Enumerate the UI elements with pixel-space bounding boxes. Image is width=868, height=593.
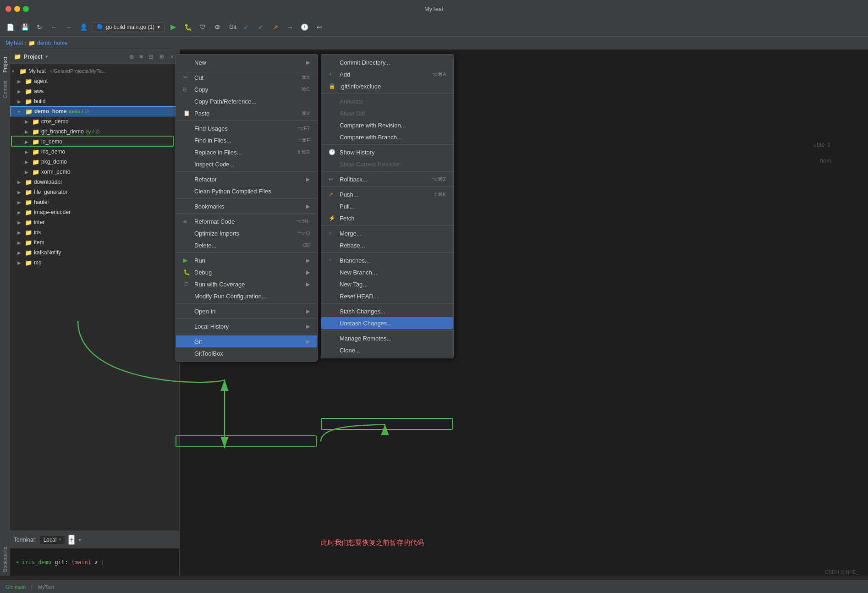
- menu-item-modify-run[interactable]: Modify Run Configuration...: [176, 290, 317, 302]
- menu-item-gitexclude[interactable]: 🔒 .git/info/exclude: [321, 80, 453, 92]
- menu-item-new[interactable]: New ▶: [176, 56, 317, 68]
- menu-item-local-history[interactable]: Local History ▶: [176, 320, 317, 332]
- project-sort-btn[interactable]: ≡: [138, 52, 145, 61]
- tree-item[interactable]: ▶ 📁 cros_demo: [10, 116, 179, 126]
- terminal-close-btn[interactable]: ×: [58, 537, 61, 542]
- terminal-tab-local[interactable]: Local ×: [40, 536, 65, 544]
- forward-button[interactable]: →: [62, 21, 75, 33]
- sidebar-tab-project[interactable]: Project: [1, 53, 9, 76]
- menu-item-new-tag[interactable]: New Tag...: [321, 278, 453, 290]
- menu-item-reformat[interactable]: ≡ Reformat Code ⌥⌘L: [176, 215, 317, 227]
- back-button[interactable]: ←: [48, 21, 60, 33]
- menu-item-compare-branch[interactable]: Compare with Branch...: [321, 131, 453, 143]
- breadcrumb-demo-home[interactable]: demo_home: [37, 40, 68, 46]
- terminal-add-button[interactable]: +: [68, 535, 74, 545]
- menu-item-run[interactable]: ▶ Run ▶: [176, 254, 317, 266]
- folder-icon: 📁: [25, 88, 32, 95]
- git-rollback-button[interactable]: ↩: [313, 21, 326, 33]
- menu-item-find-files[interactable]: Find in Files... ⇧⌘F: [176, 134, 317, 146]
- git-push-button[interactable]: ↗: [269, 21, 282, 33]
- menu-item-bookmarks[interactable]: Bookmarks ▶: [176, 200, 317, 212]
- refresh-button[interactable]: ↻: [33, 21, 46, 33]
- git-check-button[interactable]: ✓: [240, 21, 253, 33]
- menu-item-fetch[interactable]: ⚡ Fetch: [321, 212, 453, 224]
- menu-item-rollback[interactable]: ↩ Rollback... ⌥⌘Z: [321, 173, 453, 185]
- menu-item-new-branch[interactable]: New Branch...: [321, 266, 453, 278]
- tree-item[interactable]: ▶ 📁 hauler: [10, 197, 179, 207]
- menu-item-cut[interactable]: ✂ Cut ⌘X: [176, 71, 317, 83]
- tree-item[interactable]: ▶ 📁 pkg_demo: [10, 157, 179, 167]
- menu-item-debug[interactable]: 🐛 Debug ▶: [176, 266, 317, 278]
- breadcrumb-mytest[interactable]: MyTest: [5, 40, 23, 46]
- menu-item-show-history[interactable]: 🕐 Show History: [321, 146, 453, 158]
- menu-item-paste[interactable]: 📋 Paste ⌘V: [176, 107, 317, 119]
- menu-item-unstash[interactable]: Unstash Changes...: [321, 317, 453, 329]
- tree-item[interactable]: ▶ 📁 git_branch_demo zy / ∅: [10, 126, 179, 137]
- new-file-button[interactable]: 📄: [4, 21, 16, 33]
- tree-item[interactable]: ▶ 📁 image-encoder: [10, 207, 179, 217]
- menu-item-replace[interactable]: Replace in Files... ⇧⌘R: [176, 146, 317, 158]
- menu-item-branches[interactable]: ⑂ Branches...: [321, 254, 453, 266]
- save-button[interactable]: 💾: [18, 21, 31, 33]
- project-collapse-btn[interactable]: ⊟: [147, 52, 155, 61]
- project-settings-btn[interactable]: ⚙: [157, 52, 166, 61]
- git-history-button[interactable]: 🕐: [298, 21, 311, 33]
- git-update-button[interactable]: →: [284, 21, 297, 33]
- tree-item[interactable]: ▶ 📁 iris: [10, 227, 179, 237]
- menu-item-pull[interactable]: Pull...: [321, 200, 453, 212]
- tree-item-item[interactable]: ▶ 📁 item: [10, 237, 179, 247]
- project-locate-btn[interactable]: ⊕: [127, 52, 136, 61]
- tree-item[interactable]: ▶ 📁 file_generator: [10, 187, 179, 197]
- menu-item-push[interactable]: ↗ Push... ⇧⌘K: [321, 188, 453, 200]
- tree-item[interactable]: ▶ 📁 io_demo: [10, 137, 179, 147]
- menu-item-merge[interactable]: ⑂ Merge...: [321, 227, 453, 239]
- sidebar-tab-bookmarks[interactable]: Bookmarks: [1, 543, 9, 576]
- menu-item-stash[interactable]: Stash Changes...: [321, 305, 453, 317]
- run-button[interactable]: ▶: [167, 21, 180, 33]
- tree-item[interactable]: ▶ 📁 agent: [10, 76, 179, 86]
- menu-item-gittoolbox[interactable]: GitToolBox: [176, 347, 317, 359]
- menu-item-copy[interactable]: ⎘ Copy ⌘C: [176, 83, 317, 95]
- menu-item-open-in[interactable]: Open In ▶: [176, 305, 317, 317]
- menu-item-clean-python[interactable]: Clean Python Compiled Files: [176, 185, 317, 197]
- tree-item[interactable]: ▶ 📁 mq: [10, 258, 179, 268]
- coverage-button[interactable]: 🛡: [196, 21, 209, 33]
- menu-item-inspect[interactable]: Inspect Code...: [176, 158, 317, 170]
- menu-item-run-coverage[interactable]: 🛡 Run with Coverage ▶: [176, 278, 317, 290]
- tree-item[interactable]: ▶ 📁 build: [10, 96, 179, 106]
- menu-separator: [176, 303, 317, 304]
- tree-item[interactable]: ▶ 📁 xorm_demo: [10, 167, 179, 177]
- menu-item-compare-revision[interactable]: Compare with Revision...: [321, 119, 453, 131]
- run-config-dropdown[interactable]: 🔵 go build main.go (1) ▾: [92, 22, 165, 32]
- menu-item-optimize[interactable]: Optimize Imports ^⌥O: [176, 227, 317, 239]
- tree-item[interactable]: ▶ 📁 inter: [10, 217, 179, 227]
- menu-item-manage-remotes[interactable]: Manage Remotes...: [321, 332, 453, 344]
- tree-item[interactable]: ▶ 📁 downloader: [10, 177, 179, 187]
- tree-item[interactable]: ▾ 📁 MyTest ~/GolandProjects/MyTe...: [10, 66, 179, 76]
- menu-item-rebase[interactable]: Rebase...: [321, 239, 453, 251]
- project-close-btn[interactable]: ×: [168, 52, 176, 61]
- titlebar: MyTest: [0, 0, 868, 17]
- submenu-arrow: ▶: [306, 281, 310, 287]
- debug-button[interactable]: 🐛: [181, 21, 194, 33]
- vcs-user-button[interactable]: 👤: [77, 21, 90, 33]
- menu-item-find-usages[interactable]: Find Usages ⌥F7: [176, 122, 317, 134]
- tree-item[interactable]: ▶ 📁 kafkaNotify: [10, 247, 179, 258]
- tree-item[interactable]: ▶ 📁 iris_demo: [10, 147, 179, 157]
- menu-item-copy-path[interactable]: Copy Path/Reference...: [176, 95, 317, 107]
- menu-item-add[interactable]: + Add ⌥⌘A: [321, 68, 453, 80]
- menu-item-delete[interactable]: Delete... ⌫: [176, 239, 317, 251]
- menu-item-commit-dir[interactable]: Commit Directory...: [321, 56, 453, 68]
- menu-item-refactor[interactable]: Refactor ▶: [176, 173, 317, 185]
- git-checkmark-button[interactable]: ✓: [254, 21, 267, 33]
- terminal-chevron[interactable]: ▾: [78, 537, 81, 543]
- menu-item-git[interactable]: Git ▶: [176, 335, 317, 347]
- menu-item-reset-head[interactable]: Reset HEAD...: [321, 290, 453, 302]
- sidebar-tab-commit[interactable]: Commit: [1, 77, 9, 102]
- tree-item[interactable]: ▶ 📁 aws: [10, 86, 179, 96]
- more-tools-button[interactable]: ⚙: [211, 21, 224, 33]
- menu-item-label: New: [194, 59, 299, 66]
- menu-item-clone[interactable]: Clone...: [321, 344, 453, 356]
- expand-arrow: ▶: [17, 210, 23, 215]
- tree-item-demo-home[interactable]: ▾ 📁 demo_home main / ∅: [10, 106, 179, 116]
